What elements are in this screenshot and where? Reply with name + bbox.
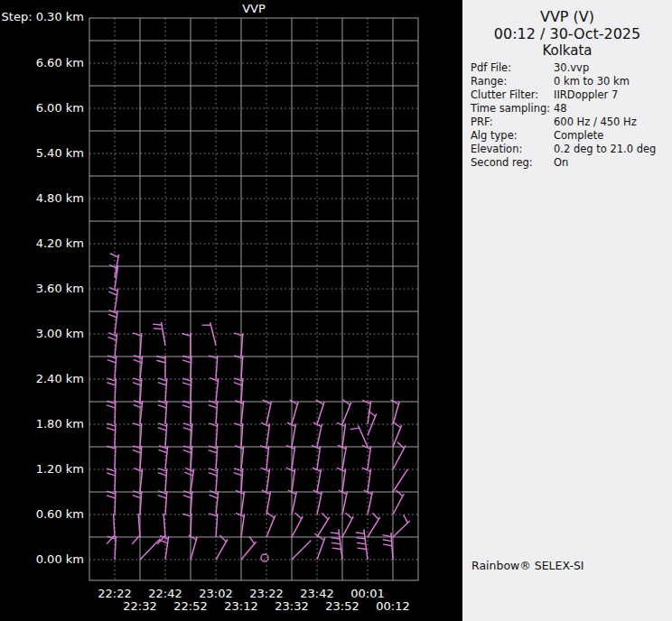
wind-barb-flag (294, 513, 301, 519)
wind-barb-flag (154, 329, 163, 329)
wind-barb-staff (266, 446, 269, 469)
wind-barb-staff (115, 401, 116, 424)
wind-barb-staff (342, 446, 347, 469)
param-value: 0 km to 30 km (554, 75, 670, 88)
param-value: 30.vvp (554, 61, 670, 75)
altitude-tick-label: 0.00 km (36, 552, 84, 566)
wind-barb-flag (156, 360, 165, 363)
wind-barb-staff (140, 539, 160, 560)
product-datetime: 00:12 / 30-Oct-2025 (462, 25, 672, 42)
wind-barb-flag (182, 383, 191, 385)
wind-barb-staff (368, 468, 371, 492)
wind-barb-staff (191, 468, 194, 492)
time-tick-label: 22:52 (173, 599, 207, 613)
wind-barb-staff (165, 491, 167, 514)
param-label: PRF: (471, 116, 554, 129)
wind-barb-staff (317, 402, 324, 424)
vvp-product-window: VVPStep: 0.30 km6.60 km6.00 km5.40 km4.8… (0, 0, 672, 621)
altitude-tick-label: 3.60 km (36, 282, 84, 295)
wind-barb-flag (107, 473, 116, 476)
wind-barb-staff (393, 469, 407, 492)
wind-barb-staff (266, 402, 271, 424)
time-tick-label: 23:12 (224, 599, 257, 613)
wind-barb-flag (267, 513, 275, 518)
wind-barb-flag (397, 442, 404, 449)
altitude-tick-label: 2.40 km (36, 372, 84, 385)
param-row: Pdf File: 30.vvp (471, 61, 670, 75)
wind-barb-flag (383, 544, 392, 546)
wind-barb-flag (134, 404, 142, 408)
altitude-tick-label: 6.00 km (36, 101, 84, 115)
altitude-tick-label: 4.80 km (36, 191, 84, 205)
wind-barb-staff (292, 402, 298, 424)
site-name: Kolkata (462, 42, 672, 60)
info-panel: VVP (V) 00:12 / 30-Oct-2025 Kolkata Pdf … (462, 0, 672, 621)
wind-barb-staff (216, 514, 218, 537)
wind-barb-flag (132, 535, 140, 544)
param-row: PRF: 600 Hz / 450 Hz (471, 116, 670, 129)
wind-barb-flag (350, 428, 359, 430)
altitude-tick-label: 1.20 km (36, 462, 84, 476)
wind-barb-staff (191, 356, 191, 379)
wind-barb-staff (241, 491, 245, 514)
wind-barb-flag (372, 513, 378, 519)
wind-barb-staff (114, 514, 115, 537)
wind-barb-flag (337, 422, 345, 426)
wind-barb-flag (358, 548, 367, 549)
wind-barb-staff (241, 542, 257, 560)
param-row: Time sampling: 48 (471, 102, 670, 116)
wind-barb-flag (108, 314, 117, 318)
wind-barb-staff (292, 516, 303, 537)
param-value: 600 Hz / 450 Hz (554, 116, 670, 129)
wind-barb-flag (209, 356, 217, 358)
param-label: Alg type: (471, 129, 554, 143)
wind-barb-flag (210, 378, 218, 382)
wind-barb-staff (342, 403, 351, 424)
time-tick-label: 00:12 (376, 599, 409, 613)
wind-barb-staff (115, 378, 116, 402)
wind-barb-flag (331, 542, 341, 543)
wind-barb-flag (332, 548, 341, 549)
wind-barb-staff (368, 492, 372, 514)
wind-barb-staff (292, 423, 296, 447)
time-tick-label: 23:22 (249, 587, 283, 600)
wind-barb-flag (182, 334, 191, 337)
time-tick-label: 22:42 (148, 587, 182, 600)
wind-barb-flag (357, 542, 366, 543)
time-tick-label: 23:32 (275, 599, 308, 613)
wind-barb-flag (153, 324, 162, 325)
wind-barb-staff (210, 322, 216, 345)
wind-barb-staff (165, 378, 167, 402)
param-value: 48 (554, 102, 670, 116)
time-tick-label: 23:02 (199, 587, 232, 600)
time-tick-label: 00:01 (350, 587, 384, 600)
wind-barb-staff (342, 492, 347, 514)
altitude-tick-label: 5.40 km (36, 146, 84, 160)
time-tick-label: 22:32 (123, 599, 156, 613)
wind-barb-flag (184, 472, 192, 476)
wind-barb-staff (292, 446, 295, 469)
wind-barb-flag (394, 422, 401, 428)
product-title: VVP (V) (462, 8, 672, 25)
wind-barb-flag (345, 513, 351, 519)
wind-barb-flag (382, 535, 391, 537)
wind-barb-staff (266, 468, 270, 492)
wind-barb-staff (216, 446, 218, 469)
wind-barb-staff (368, 517, 380, 537)
wind-barb-flag (331, 533, 340, 533)
wind-barb-flag (134, 359, 142, 363)
wind-barb-staff (216, 423, 218, 447)
wind-barb-flag (159, 450, 167, 453)
wind-barb-chart: VVPStep: 0.30 km6.60 km6.00 km5.40 km4.8… (0, 0, 462, 621)
wind-barb-flag (249, 536, 255, 543)
param-value: Complete (554, 129, 670, 143)
time-tick-label: 22:22 (98, 587, 131, 600)
time-tick-label: 23:52 (325, 599, 359, 613)
param-row: Elevation: 0.2 deg to 21.0 deg (471, 143, 670, 156)
wind-barb-flag (107, 428, 116, 431)
wind-barb-staff (393, 425, 402, 447)
param-label: Range: (471, 75, 554, 88)
param-label: Second reg: (471, 156, 554, 170)
wind-barb-staff (163, 514, 165, 537)
param-value: On (554, 156, 670, 170)
